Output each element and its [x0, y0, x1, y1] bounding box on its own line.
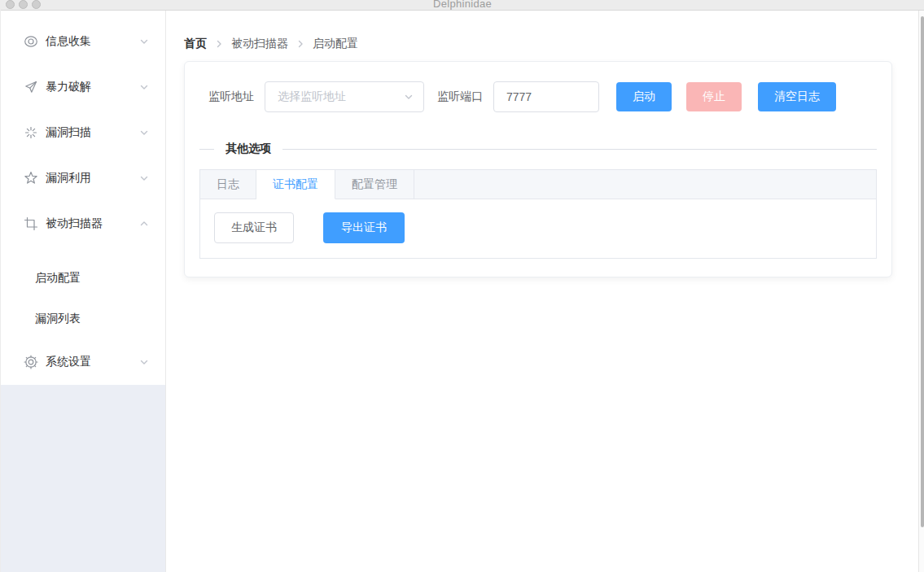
sidebar-item-label: 漏洞利用 [46, 171, 139, 186]
divider-line [282, 149, 877, 150]
eye-icon [24, 34, 38, 49]
generate-cert-button[interactable]: 生成证书 [214, 212, 294, 243]
sidebar-item-label: 被动扫描器 [46, 216, 139, 231]
listen-address-label: 监听地址 [208, 90, 254, 104]
app-window: Delphinidae 信息收集 暴力破解 [0, 0, 924, 572]
listen-port-label: 监听端口 [437, 90, 483, 104]
gear-icon [24, 355, 38, 369]
sidebar-item-label: 系统设置 [46, 355, 139, 369]
chevron-down-icon [139, 128, 149, 138]
breadcrumb-home[interactable]: 首页 [184, 37, 207, 51]
chevron-down-icon [139, 37, 149, 46]
startup-config-card: 监听地址 选择监听地址 监听端口 启动 停止 清空日志 其他选项 [184, 61, 892, 277]
chevron-down-icon [139, 357, 149, 367]
tab-cert-config[interactable]: 证书配置 [256, 170, 335, 199]
sidebar-item-label: 暴力破解 [46, 80, 139, 94]
breadcrumb-current-page: 启动配置 [313, 37, 358, 51]
sidebar-item-passive-scanner[interactable]: 被动扫描器 [1, 201, 165, 247]
other-options-divider: 其他选项 [199, 142, 877, 156]
sidebar: 信息收集 暴力破解 [1, 11, 166, 572]
chevron-right-icon [214, 39, 224, 49]
divider-title: 其他选项 [226, 142, 271, 156]
sidebar-subitem-vuln-list[interactable]: 漏洞列表 [1, 299, 165, 339]
tab-header-filler [414, 170, 876, 199]
main-content: 首页 被动扫描器 启动配置 监听地址 选择监听地址 监听端口 [166, 11, 918, 572]
sidebar-item-label: 信息收集 [46, 34, 139, 49]
passive-scanner-submenu: 启动配置 漏洞列表 [1, 247, 165, 339]
export-cert-button[interactable]: 导出证书 [323, 212, 405, 243]
chevron-right-icon [296, 39, 305, 49]
sidebar-item-label: 漏洞扫描 [46, 125, 139, 140]
listen-address-placeholder: 选择监听地址 [278, 90, 404, 104]
clear-logs-button[interactable]: 清空日志 [758, 82, 836, 111]
breadcrumb: 首页 被动扫描器 启动配置 [184, 36, 918, 51]
breadcrumb-passive-scanner[interactable]: 被动扫描器 [231, 37, 288, 51]
sidebar-item-vuln-scan[interactable]: 漏洞扫描 [1, 110, 165, 155]
star-icon [24, 171, 38, 186]
divider-line [199, 149, 214, 150]
stop-button[interactable]: 停止 [686, 82, 742, 111]
start-button[interactable]: 启动 [616, 82, 672, 111]
sidebar-item-system-settings[interactable]: 系统设置 [1, 339, 165, 385]
tab-logs[interactable]: 日志 [200, 170, 256, 199]
window-title: Delphinidae [1, 0, 924, 10]
sidebar-menu: 信息收集 暴力破解 [1, 11, 165, 385]
options-tabs: 日志 证书配置 配置管理 生成证书 导出证书 [199, 169, 877, 259]
chevron-down-icon [139, 82, 149, 92]
tab-config-management[interactable]: 配置管理 [335, 170, 414, 199]
send-icon [24, 80, 38, 94]
listen-port-input[interactable] [493, 81, 599, 112]
sidebar-item-brute-force[interactable]: 暴力破解 [1, 64, 165, 110]
chevron-down-icon [139, 173, 149, 183]
tab-header: 日志 证书配置 配置管理 [200, 170, 876, 199]
crop-icon [24, 216, 38, 231]
titlebar: Delphinidae [1, 0, 924, 11]
sidebar-footer-area [1, 385, 165, 572]
listen-address-select[interactable]: 选择监听地址 [265, 81, 424, 112]
scrollbar-thumb[interactable] [921, 16, 924, 527]
sidebar-subitem-startup-config[interactable]: 启动配置 [1, 258, 165, 299]
sidebar-item-info-gathering[interactable]: 信息收集 [1, 19, 165, 64]
listener-form-row: 监听地址 选择监听地址 监听端口 启动 停止 清空日志 [208, 81, 877, 112]
sidebar-item-vuln-exploit[interactable]: 漏洞利用 [1, 155, 165, 201]
cert-config-panel: 生成证书 导出证书 [200, 199, 876, 259]
chevron-up-icon [139, 219, 149, 229]
scan-rays-icon [24, 125, 38, 140]
vertical-scrollbar [918, 11, 924, 572]
chevron-down-icon [404, 92, 414, 102]
